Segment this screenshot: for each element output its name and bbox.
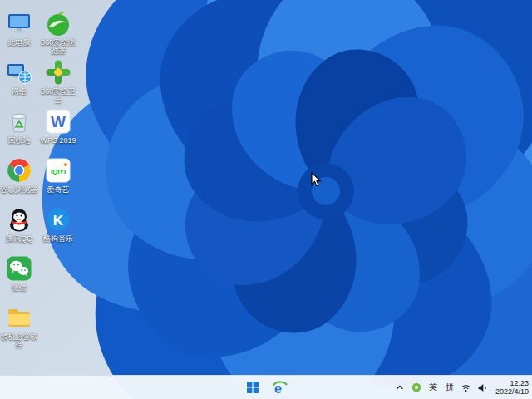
start-button[interactable]	[243, 377, 263, 397]
wps-2019-icon: W	[45, 108, 71, 135]
desktop-icon-label: 爱奇艺	[47, 185, 70, 194]
qq-icon	[6, 206, 32, 233]
desktop-icon-label: 网络	[12, 87, 27, 96]
desktop-icon-kugou-music[interactable]: K 酷狗音乐	[39, 206, 77, 243]
ime-language-indicator[interactable]: 英	[427, 378, 439, 397]
windows-logo-icon	[246, 381, 259, 394]
desktop-icon-label: 360安全卫士	[39, 87, 77, 104]
360-tray-icon	[411, 382, 421, 392]
volume-icon	[477, 382, 488, 393]
clock-date: 2022/4/10	[495, 387, 529, 397]
desktop-icon-label: 酷狗音乐	[43, 234, 73, 243]
360-security-icon	[45, 59, 71, 86]
clock-time: 12:23	[510, 379, 529, 388]
svg-text:iQIYI: iQIYI	[51, 168, 66, 175]
iqiyi-icon: iQIYI	[45, 157, 71, 184]
desktop-icon-wechat[interactable]: 微信	[0, 255, 38, 292]
volume-button[interactable]	[477, 378, 489, 397]
ime-mode-indicator[interactable]: 拼	[444, 378, 456, 397]
desktop-icon-iqiyi[interactable]: iQIYI 爱奇艺	[39, 157, 77, 194]
desktop-icon-wps-2019[interactable]: W WPS 2019	[39, 108, 77, 145]
desktop-icon-chrome[interactable]: 谷歌浏览器	[0, 157, 38, 194]
desktop-icon-360-browser[interactable]: 360安全浏览器	[39, 10, 77, 55]
desktop-icon-network[interactable]: 网络	[0, 59, 38, 96]
desktop-icon-label: 装机必备软件	[0, 332, 38, 349]
bloom-wallpaper-art	[0, 0, 532, 399]
desktop-icon-label: 谷歌浏览器	[1, 185, 38, 194]
system-tray: 英 拼 12:23 2022/4/10	[394, 376, 529, 399]
network-icon	[6, 59, 32, 86]
this-pc-icon	[6, 10, 32, 37]
360-browser-icon	[45, 10, 71, 37]
browser-taskbar-button[interactable]: e	[269, 377, 289, 397]
taskbar-center-icons: e	[243, 376, 289, 399]
folder-icon	[6, 304, 32, 331]
desktop-icon-360-security[interactable]: 360安全卫士	[39, 59, 77, 104]
tray-360-icon-button[interactable]	[411, 378, 422, 397]
tray-chevron-button[interactable]	[394, 378, 406, 397]
desktop-icon-label: WPS 2019	[40, 136, 76, 145]
desktop-icon-label: 360安全浏览器	[39, 38, 77, 55]
desktop-icon-label: 腾讯QQ	[6, 234, 32, 243]
desktop-icon-label: 回收站	[8, 136, 31, 145]
svg-text:W: W	[51, 113, 66, 131]
recycle-bin-icon	[6, 108, 32, 135]
taskbar: e 英 拼	[0, 375, 532, 399]
desktop-icon-label: 微信	[12, 283, 27, 292]
wechat-icon	[6, 255, 32, 282]
desktop-icon-recycle-bin[interactable]: 回收站	[0, 108, 38, 145]
taskbar-clock[interactable]: 12:23 2022/4/10	[494, 379, 529, 397]
network-wifi-icon	[461, 382, 471, 393]
chevron-up-icon	[395, 382, 405, 392]
svg-text:K: K	[53, 213, 64, 229]
kugou-music-icon: K	[45, 206, 71, 233]
desktop-icon-qq[interactable]: 腾讯QQ	[0, 206, 38, 243]
desktop-icon-this-pc[interactable]: 此电脑	[0, 10, 38, 47]
desktop-icon-label: 此电脑	[8, 38, 31, 47]
desktop-icon-software-folder[interactable]: 装机必备软件	[0, 304, 38, 349]
desktop-wallpaper	[0, 0, 532, 399]
chrome-icon	[6, 157, 32, 184]
network-button[interactable]	[461, 378, 472, 397]
browser-e-icon: e	[272, 380, 288, 396]
